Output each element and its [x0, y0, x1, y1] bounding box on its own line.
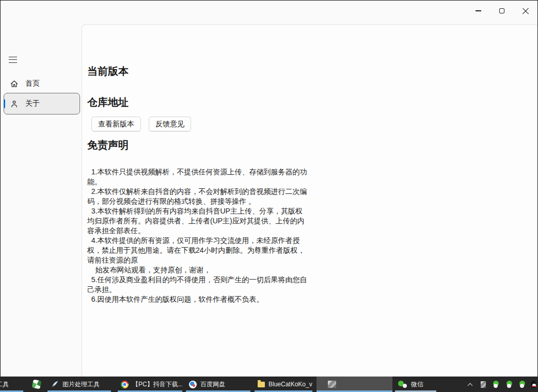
sidebar-item-home[interactable]: 首页	[4, 74, 80, 93]
heading-current-version: 当前版本	[87, 66, 527, 76]
close-icon	[522, 7, 529, 14]
wechat-icon	[493, 380, 498, 388]
hamburger-button[interactable]	[7, 54, 22, 66]
wechat-icon	[507, 380, 512, 388]
taskbar-item-bluecatkoko[interactable]: BlueCatKoKo_v...	[255, 377, 312, 392]
sidebar-item-label: 关于	[25, 99, 40, 108]
taskbar-item-chrome[interactable]: 【PC】抖音下载...	[118, 377, 182, 392]
taskbar-item-wechat[interactable]: 微信	[395, 377, 436, 392]
taskbar-item-baidu-netdisk[interactable]: 百度网盘	[186, 377, 250, 392]
heading-disclaimer: 免责声明	[87, 140, 527, 150]
button-row: 查看新版本 反馈意见	[91, 117, 527, 132]
chrome-icon	[121, 381, 129, 388]
disclaimer-text: 1.本软件只提供视频解析，不提供任何资源上传、存储到服务器的功 能。 2.本软件…	[87, 167, 527, 304]
home-icon	[10, 79, 19, 88]
wechat-icon	[519, 380, 525, 388]
tray-wechat-button-2[interactable]	[503, 377, 515, 392]
selection-indicator	[4, 100, 5, 108]
wechat-icon	[398, 380, 407, 388]
taskbar-item-label: 工具	[0, 380, 9, 389]
taskbar: 工具 图片处理工具 【PC】抖音下载... 百度网盘 BlueCatKoKo_v…	[0, 377, 538, 392]
quill-icon	[51, 380, 59, 388]
close-button[interactable]	[514, 1, 537, 21]
maximize-button[interactable]	[490, 1, 514, 21]
taskbar-item-focused[interactable]	[317, 377, 392, 392]
thumbnail-icon	[328, 381, 336, 388]
sidebar-item-about[interactable]: 关于	[4, 93, 80, 115]
person-icon	[10, 100, 19, 108]
pinwheel-icon	[32, 380, 42, 389]
taskbar-item-label: BlueCatKoKo_v...	[268, 381, 312, 388]
tray-wechat-button-1[interactable]	[490, 377, 501, 392]
taskbar-item-partial[interactable]: 工具	[0, 377, 23, 392]
app-window: 首页 关于 当前版本 仓库地址 查看新版本 反馈意见 免责声明 1.本软件只提供…	[1, 1, 537, 377]
minimize-button[interactable]	[466, 1, 490, 21]
main-content: 当前版本 仓库地址 查看新版本 反馈意见 免责声明 1.本软件只提供视频解析，不…	[82, 24, 537, 377]
titlebar	[1, 1, 537, 24]
tray-qq-button[interactable]	[528, 377, 538, 392]
taskbar-item-label: 百度网盘	[200, 380, 225, 389]
check-new-version-button[interactable]: 查看新版本	[91, 117, 141, 132]
minimize-icon	[476, 10, 481, 11]
folder-icon	[258, 382, 265, 387]
sidebar-item-label: 首页	[25, 79, 40, 88]
tray-chevron-button[interactable]	[464, 377, 476, 392]
taskbar-item-label: 图片处理工具	[62, 380, 100, 389]
taskbar-item-pinned[interactable]	[28, 377, 45, 392]
tray-thumbnail-button[interactable]	[478, 377, 489, 392]
baidu-netdisk-icon	[189, 381, 197, 388]
taskbar-item-label: 【PC】抖音下载...	[132, 380, 182, 389]
maximize-icon	[499, 8, 504, 13]
qq-icon	[531, 381, 536, 388]
taskbar-item-label: 微信	[411, 380, 423, 389]
hamburger-icon	[9, 57, 17, 63]
chevron-up-icon	[467, 383, 472, 388]
tray-wechat-button-3[interactable]	[516, 377, 528, 392]
thumbnail-icon	[481, 381, 486, 388]
feedback-button[interactable]: 反馈意见	[149, 117, 191, 132]
taskbar-item-image-tool[interactable]: 图片处理工具	[48, 377, 111, 392]
heading-repo-address: 仓库地址	[87, 97, 527, 107]
sidebar: 首页 关于	[1, 24, 82, 377]
